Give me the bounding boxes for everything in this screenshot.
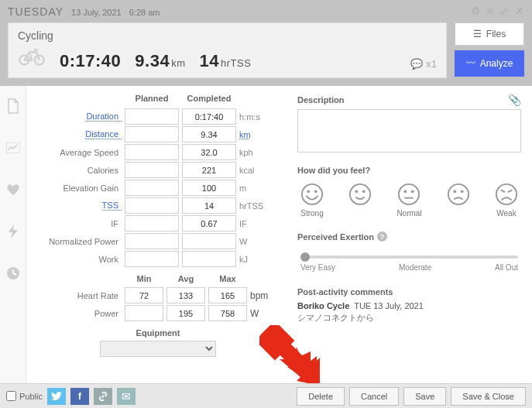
elev-unit: m xyxy=(239,183,270,193)
tss-planned-input[interactable] xyxy=(125,197,179,214)
facebook-share-button[interactable]: f xyxy=(70,388,89,405)
feel-bad[interactable] xyxy=(447,183,470,218)
public-checkbox-wrap[interactable]: Public xyxy=(6,391,43,401)
save-button[interactable]: Save xyxy=(403,387,446,406)
analyze-button[interactable]: 〰 Analyze xyxy=(455,50,524,77)
np-completed-input[interactable] xyxy=(182,233,236,249)
summary-duration: 0:17:40 xyxy=(60,51,121,71)
elev-planned-input[interactable] xyxy=(125,180,179,196)
cancel-button[interactable]: Cancel xyxy=(349,387,399,406)
rpe-slider[interactable] xyxy=(300,255,518,259)
distance-completed-input[interactable] xyxy=(182,126,236,142)
duration-completed-input[interactable] xyxy=(182,108,236,125)
email-share-button[interactable]: ✉ xyxy=(117,388,136,405)
duration-unit: h:m:s xyxy=(239,112,270,122)
expand-icon[interactable]: ⤢ xyxy=(499,5,509,17)
link-share-button[interactable] xyxy=(94,388,112,405)
avgspeed-label: Average Speed xyxy=(60,148,122,157)
files-button[interactable]: ☰ Files xyxy=(455,22,524,46)
svg-point-11 xyxy=(404,190,407,193)
planned-header: Planned xyxy=(125,94,179,103)
gear-icon[interactable]: ⚙ xyxy=(471,5,481,17)
min-header: Min xyxy=(125,274,163,283)
header-bar: TUESDAY 13 July, 2021 6:28 am ⚙ ≡ ⤢ ✕ !?… xyxy=(0,0,532,86)
feel-strong[interactable]: Strong xyxy=(300,183,324,218)
if-label: IF xyxy=(111,219,122,228)
public-label: Public xyxy=(19,392,43,401)
distance-label[interactable]: Distance xyxy=(85,129,122,139)
rpe-slider-knob[interactable] xyxy=(300,252,310,262)
comment-text: シマノコネクトから xyxy=(297,312,521,324)
comment-date: TUE 13 July, 2021 xyxy=(354,301,424,310)
details-panel: Description 📎 How did you feel? Strong N… xyxy=(290,86,532,386)
avgspeed-planned-input[interactable] xyxy=(125,144,179,160)
feel-normal[interactable]: Normal xyxy=(396,183,421,218)
hr-avg-input[interactable] xyxy=(166,287,205,303)
activity-summary-card: Cycling 0:17:40 9.34km 14hrTSS 💬 x1 xyxy=(8,22,447,78)
distance-unit[interactable]: km xyxy=(239,130,270,139)
sidebar-tab-heart[interactable] xyxy=(0,176,26,204)
sidebar-tab-chart[interactable] xyxy=(0,134,26,162)
distance-planned-input[interactable] xyxy=(125,126,179,142)
twitter-share-button[interactable] xyxy=(47,388,66,405)
svg-point-6 xyxy=(314,190,317,193)
svg-point-4 xyxy=(302,184,322,204)
if-completed-input[interactable] xyxy=(182,215,236,231)
activity-title: Cycling xyxy=(18,29,437,42)
svg-point-10 xyxy=(399,184,419,204)
duration-label[interactable]: Duration xyxy=(86,111,122,122)
comments-indicator[interactable]: 💬 x1 xyxy=(410,58,437,70)
rpe-label: Perceived Exertion xyxy=(297,232,374,242)
hr-min-input[interactable] xyxy=(125,287,163,303)
delete-button[interactable]: Delete xyxy=(297,387,345,406)
pulse-icon: 〰 xyxy=(466,58,475,69)
feel-good[interactable] xyxy=(348,183,372,218)
sidebar-tab-bolt[interactable] xyxy=(0,218,26,245)
np-planned-input[interactable] xyxy=(125,233,179,249)
power-max-input[interactable] xyxy=(208,305,247,321)
tss-label[interactable]: TSS xyxy=(102,201,122,211)
elev-completed-input[interactable] xyxy=(182,180,236,196)
footer-bar: Public f ✉ Delete Cancel Save Save & Clo… xyxy=(0,383,532,408)
svg-point-14 xyxy=(448,184,469,204)
calories-planned-input[interactable] xyxy=(125,162,179,178)
sidebar-tab-clock[interactable] xyxy=(0,259,26,287)
date-row: TUESDAY 13 July, 2021 6:28 am xyxy=(8,5,524,18)
work-planned-input[interactable] xyxy=(125,251,179,267)
feel-weak[interactable]: Weak xyxy=(495,183,518,218)
hr-unit: bpm xyxy=(250,290,281,301)
power-min-input[interactable] xyxy=(125,305,163,321)
sidebar-tab-file[interactable] xyxy=(0,92,26,120)
duration-planned-input[interactable] xyxy=(125,108,179,125)
paperclip-icon[interactable]: 📎 xyxy=(508,94,521,106)
np-label: Normalized Power xyxy=(49,237,122,246)
rpe-scale-mid: Moderate xyxy=(399,263,431,272)
summary-tss: 14hrTSS xyxy=(200,51,252,71)
calories-completed-input[interactable] xyxy=(182,162,236,178)
public-checkbox[interactable] xyxy=(6,391,16,401)
help-icon[interactable]: ? xyxy=(377,231,387,242)
tss-completed-input[interactable] xyxy=(182,197,236,214)
np-unit: W xyxy=(239,237,270,246)
equipment-select[interactable] xyxy=(100,341,216,357)
power-avg-input[interactable] xyxy=(166,305,205,321)
elev-label: Elevation Gain xyxy=(63,183,122,193)
svg-point-15 xyxy=(453,190,456,193)
close-icon[interactable]: ✕ xyxy=(515,5,524,17)
hamburger-icon: ☰ xyxy=(473,29,482,39)
work-unit: kJ xyxy=(239,255,270,264)
max-header: Max xyxy=(208,274,247,283)
rpe-scale-right: All Out xyxy=(495,263,518,272)
work-label: Work xyxy=(99,255,122,264)
list-icon[interactable]: ≡ xyxy=(487,5,493,17)
description-input[interactable] xyxy=(297,109,521,153)
work-completed-input[interactable] xyxy=(182,251,236,267)
avgspeed-completed-input[interactable] xyxy=(182,144,236,160)
if-planned-input[interactable] xyxy=(125,215,179,231)
comment-meta: Boriko Cycle TUE 13 July, 2021 xyxy=(297,301,521,310)
hr-max-input[interactable] xyxy=(208,287,247,303)
bike-icon xyxy=(18,46,46,67)
save-close-button[interactable]: Save & Close xyxy=(451,387,526,406)
equipment-header: Equipment xyxy=(26,328,290,338)
chat-icon: 💬 xyxy=(410,58,423,70)
